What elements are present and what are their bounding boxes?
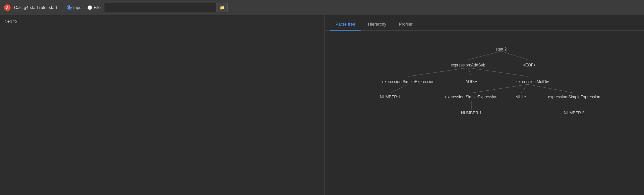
input-mode-group: Input File [67, 5, 101, 10]
svg-text:<EOF>: <EOF> [523, 63, 536, 67]
tab-parse-tree[interactable]: Parse tree [330, 18, 361, 31]
editor-panel: 1+1*2 [0, 15, 325, 195]
editor-area[interactable]: 1+1*2 [0, 15, 324, 195]
svg-text:expression:MulDiv: expression:MulDiv [516, 79, 549, 84]
tree-svg: start:2 expression:AddSub <EOF> expressi… [335, 37, 634, 130]
node-expr-simpleexpr2: expression:SimpleExpression [445, 95, 497, 99]
input-radio-label[interactable]: Input [67, 5, 83, 10]
node-expr-simpleexpr3: expression:SimpleExpression [548, 95, 600, 99]
edge-addsub-simpleexpr1 [408, 68, 468, 76]
node-mul-star: MUL:* [515, 95, 527, 99]
node-number1: NUMBER:1 [380, 95, 400, 99]
svg-text:expression:SimpleExpression: expression:SimpleExpression [548, 95, 600, 99]
input-radio-text: Input [73, 5, 83, 10]
node-start: start:2 [496, 47, 507, 51]
edge-muldiv-mul [521, 84, 528, 93]
node-expr-muldiv: expression:MulDiv [516, 79, 549, 84]
edge-muldiv-simpleexpr3 [528, 84, 574, 93]
file-browse-button[interactable]: 📁 [217, 3, 228, 12]
edge-addsub-add [468, 68, 471, 76]
toolbar-title: Calc.g4 start rule: start [14, 5, 57, 10]
edge-muldiv-simpleexpr2 [471, 84, 528, 93]
tab-hierarchy[interactable]: Hierarchy [363, 18, 392, 31]
folder-icon: 📁 [220, 5, 225, 10]
tree-container: start:2 expression:AddSub <EOF> expressi… [325, 31, 644, 195]
node-number2: NUMBER:2 [563, 111, 584, 115]
node-add-plus: ADD:+ [465, 79, 477, 84]
svg-text:ADD:+: ADD:+ [465, 79, 477, 84]
right-panel: Parse tree Hierarchy Profiler [325, 15, 644, 195]
edge-simpleexpr1-number1 [390, 84, 408, 93]
svg-text:expression:SimpleExpression: expression:SimpleExpression [445, 95, 497, 99]
node-eof: <EOF> [523, 63, 536, 67]
toolbar: A Calc.g4 start rule: start Input File 📁 [0, 0, 644, 15]
node-expression-addsub: expression:AddSub [450, 63, 485, 67]
input-radio[interactable] [67, 5, 72, 10]
file-input-box [104, 3, 217, 12]
edge-start-eof [501, 51, 528, 60]
editor-content: 1+1*2 [5, 19, 18, 24]
svg-text:expression:AddSub: expression:AddSub [450, 63, 485, 67]
node-expr-simpleexpr1: expression:SimpleExpression [382, 79, 434, 84]
tab-profiler[interactable]: Profiler [394, 18, 418, 31]
svg-text:NUMBER:1: NUMBER:1 [461, 111, 481, 115]
svg-text:expression:SimpleExpression: expression:SimpleExpression [382, 79, 434, 84]
svg-text:start:2: start:2 [496, 47, 507, 51]
svg-text:MUL:*: MUL:* [515, 95, 527, 99]
svg-text:NUMBER:2: NUMBER:2 [563, 111, 584, 115]
svg-text:NUMBER:1: NUMBER:1 [380, 95, 400, 99]
tabs-bar: Parse tree Hierarchy Profiler [325, 15, 644, 31]
main-content: 1+1*2 Parse tree Hierarchy Profiler [0, 15, 644, 195]
app-logo: A [4, 4, 11, 11]
file-radio-label[interactable]: File [88, 5, 101, 10]
edge-start-addsub [468, 51, 501, 60]
toolbar-separator [62, 4, 62, 11]
file-radio[interactable] [88, 5, 92, 10]
node-number1b: NUMBER:1 [461, 111, 481, 115]
edge-addsub-muldiv [468, 68, 528, 76]
file-radio-text: File [94, 5, 101, 10]
